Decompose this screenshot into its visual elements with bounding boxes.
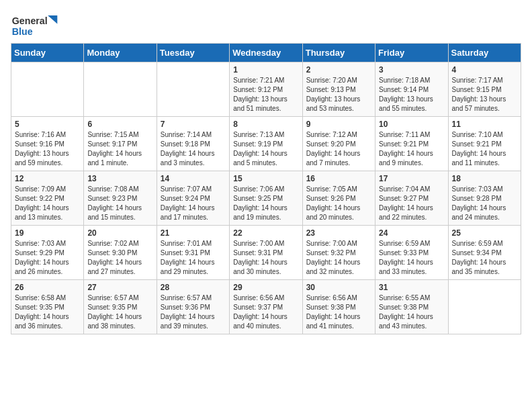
week-row-3: 12Sunrise: 7:09 AMSunset: 9:22 PMDayligh…	[11, 171, 521, 226]
day-number: 27	[87, 283, 152, 292]
sunrise-text: Sunrise: 6:58 AM	[15, 293, 80, 303]
sunrise-text: Sunrise: 7:10 AM	[452, 130, 517, 140]
page-header: General Blue	[11, 11, 521, 38]
logo: General Blue	[11, 11, 64, 38]
sunset-text: Sunset: 9:24 PM	[161, 194, 226, 203]
day-header-tuesday: Tuesday	[157, 44, 229, 62]
week-row-2: 5Sunrise: 7:16 AMSunset: 9:16 PMDaylight…	[11, 117, 521, 171]
sunset-text: Sunset: 9:25 PM	[233, 194, 298, 203]
sunrise-text: Sunrise: 7:06 AM	[233, 185, 298, 194]
calendar-cell: 21Sunrise: 7:01 AMSunset: 9:31 PMDayligh…	[157, 226, 229, 280]
cell-content: Sunrise: 6:59 AMSunset: 9:33 PMDaylight:…	[379, 239, 444, 277]
cell-content: Sunrise: 7:18 AMSunset: 9:14 PMDaylight:…	[379, 76, 444, 113]
sunrise-text: Sunrise: 7:08 AM	[87, 185, 152, 194]
daylight-text: Daylight: 14 hours and 38 minutes.	[87, 312, 152, 331]
sunset-text: Sunset: 9:23 PM	[87, 194, 152, 203]
calendar-table: SundayMondayTuesdayWednesdayThursdayFrid…	[11, 43, 521, 334]
day-number: 20	[87, 228, 152, 238]
calendar-cell: 15Sunrise: 7:06 AMSunset: 9:25 PMDayligh…	[230, 171, 302, 226]
calendar-cell: 6Sunrise: 7:15 AMSunset: 9:17 PMDaylight…	[84, 117, 157, 171]
sunset-text: Sunset: 9:13 PM	[306, 85, 371, 95]
sunrise-text: Sunrise: 7:17 AM	[452, 76, 517, 85]
cell-content: Sunrise: 7:04 AMSunset: 9:27 PMDaylight:…	[379, 185, 444, 222]
day-number: 7	[161, 120, 226, 129]
calendar-cell: 14Sunrise: 7:07 AMSunset: 9:24 PMDayligh…	[157, 171, 229, 226]
day-number: 2	[306, 65, 371, 75]
daylight-text: Daylight: 14 hours and 3 minutes.	[161, 149, 226, 168]
calendar-cell	[84, 62, 157, 117]
day-header-saturday: Saturday	[448, 44, 521, 62]
daylight-text: Daylight: 13 hours and 53 minutes.	[306, 95, 371, 113]
daylight-text: Daylight: 13 hours and 51 minutes.	[233, 95, 298, 113]
week-row-5: 26Sunrise: 6:58 AMSunset: 9:35 PMDayligh…	[11, 280, 521, 334]
daylight-text: Daylight: 14 hours and 40 minutes.	[233, 312, 298, 331]
day-header-friday: Friday	[375, 44, 448, 62]
calendar-cell: 31Sunrise: 6:55 AMSunset: 9:38 PMDayligh…	[375, 280, 448, 334]
cell-content: Sunrise: 6:57 AMSunset: 9:36 PMDaylight:…	[161, 293, 226, 331]
sunrise-text: Sunrise: 7:09 AM	[15, 185, 80, 194]
sunset-text: Sunset: 9:38 PM	[306, 303, 371, 312]
sunrise-text: Sunrise: 7:16 AM	[15, 130, 80, 140]
cell-content: Sunrise: 7:16 AMSunset: 9:16 PMDaylight:…	[15, 130, 80, 168]
sunset-text: Sunset: 9:35 PM	[15, 303, 80, 312]
daylight-text: Daylight: 13 hours and 59 minutes.	[15, 149, 80, 168]
calendar-cell: 8Sunrise: 7:13 AMSunset: 9:19 PMDaylight…	[230, 117, 302, 171]
sunset-text: Sunset: 9:36 PM	[161, 303, 226, 312]
day-number: 31	[379, 283, 444, 292]
cell-content: Sunrise: 7:12 AMSunset: 9:20 PMDaylight:…	[306, 130, 371, 168]
day-number: 21	[161, 228, 226, 238]
day-header-monday: Monday	[84, 44, 157, 62]
cell-content: Sunrise: 7:20 AMSunset: 9:13 PMDaylight:…	[306, 76, 371, 113]
day-header-wednesday: Wednesday	[230, 44, 302, 62]
daylight-text: Daylight: 14 hours and 22 minutes.	[379, 203, 444, 222]
svg-marker-2	[48, 15, 57, 24]
cell-content: Sunrise: 7:15 AMSunset: 9:17 PMDaylight:…	[87, 130, 152, 168]
day-number: 29	[233, 283, 298, 292]
day-number: 13	[87, 174, 152, 183]
calendar-cell: 29Sunrise: 6:56 AMSunset: 9:37 PMDayligh…	[230, 280, 302, 334]
daylight-text: Daylight: 14 hours and 19 minutes.	[233, 203, 298, 222]
day-number: 1	[233, 65, 298, 75]
calendar-cell: 10Sunrise: 7:11 AMSunset: 9:21 PMDayligh…	[375, 117, 448, 171]
calendar-cell: 23Sunrise: 7:00 AMSunset: 9:32 PMDayligh…	[302, 226, 375, 280]
sunrise-text: Sunrise: 7:12 AM	[306, 130, 371, 140]
daylight-text: Daylight: 14 hours and 30 minutes.	[233, 258, 298, 277]
daylight-text: Daylight: 14 hours and 7 minutes.	[306, 149, 371, 168]
sunset-text: Sunset: 9:31 PM	[161, 248, 226, 258]
sunrise-text: Sunrise: 7:15 AM	[87, 130, 152, 140]
day-number: 10	[379, 120, 444, 129]
sunset-text: Sunset: 9:28 PM	[452, 194, 517, 203]
day-number: 16	[306, 174, 371, 183]
sunrise-text: Sunrise: 7:02 AM	[87, 239, 152, 248]
daylight-text: Daylight: 14 hours and 5 minutes.	[233, 149, 298, 168]
daylight-text: Daylight: 14 hours and 36 minutes.	[15, 312, 80, 331]
sunset-text: Sunset: 9:30 PM	[87, 248, 152, 258]
sunset-text: Sunset: 9:26 PM	[306, 194, 371, 203]
sunrise-text: Sunrise: 7:13 AM	[233, 130, 298, 140]
sunrise-text: Sunrise: 7:21 AM	[233, 76, 298, 85]
day-number: 3	[379, 65, 444, 75]
cell-content: Sunrise: 7:14 AMSunset: 9:18 PMDaylight:…	[161, 130, 226, 168]
day-number: 5	[15, 120, 80, 129]
calendar-cell: 25Sunrise: 6:59 AMSunset: 9:34 PMDayligh…	[448, 226, 521, 280]
sunrise-text: Sunrise: 7:03 AM	[15, 239, 80, 248]
sunrise-text: Sunrise: 7:04 AM	[379, 185, 444, 194]
daylight-text: Daylight: 14 hours and 39 minutes.	[161, 312, 226, 331]
svg-text:General: General	[12, 15, 48, 26]
cell-content: Sunrise: 7:06 AMSunset: 9:25 PMDaylight:…	[233, 185, 298, 222]
daylight-text: Daylight: 14 hours and 11 minutes.	[452, 149, 517, 168]
daylight-text: Daylight: 14 hours and 32 minutes.	[306, 258, 371, 277]
cell-content: Sunrise: 6:59 AMSunset: 9:34 PMDaylight:…	[452, 239, 517, 277]
calendar-cell: 12Sunrise: 7:09 AMSunset: 9:22 PMDayligh…	[11, 171, 84, 226]
sunset-text: Sunset: 9:12 PM	[233, 85, 298, 95]
calendar-header-row: SundayMondayTuesdayWednesdayThursdayFrid…	[11, 44, 521, 62]
sunrise-text: Sunrise: 7:01 AM	[161, 239, 226, 248]
cell-content: Sunrise: 6:57 AMSunset: 9:35 PMDaylight:…	[87, 293, 152, 331]
sunrise-text: Sunrise: 7:18 AM	[379, 76, 444, 85]
sunrise-text: Sunrise: 7:14 AM	[161, 130, 226, 140]
sunset-text: Sunset: 9:19 PM	[233, 140, 298, 149]
cell-content: Sunrise: 7:10 AMSunset: 9:21 PMDaylight:…	[452, 130, 517, 168]
sunrise-text: Sunrise: 7:03 AM	[452, 185, 517, 194]
cell-content: Sunrise: 7:09 AMSunset: 9:22 PMDaylight:…	[15, 185, 80, 222]
sunrise-text: Sunrise: 7:07 AM	[161, 185, 226, 194]
